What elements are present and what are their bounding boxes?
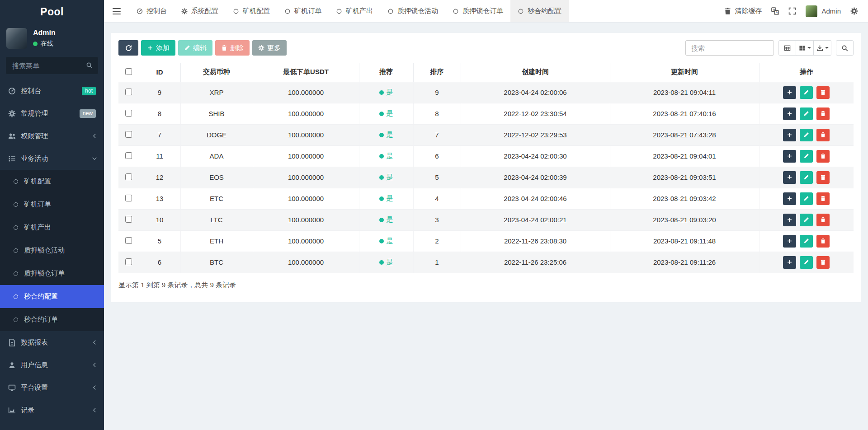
row-delete-button[interactable] xyxy=(816,214,830,226)
sidebar-item-console[interactable]: 控制台 hot xyxy=(0,79,104,102)
tab-miner-config[interactable]: 矿机配置 xyxy=(226,0,277,22)
topbar-user-menu[interactable]: Admin xyxy=(806,5,841,17)
table-row: 8 SHIB 100.000000 是 8 2022-12-02 23:30:5… xyxy=(118,103,854,124)
col-header-sort[interactable]: 排序 xyxy=(413,63,461,82)
col-header-recommend[interactable]: 推荐 xyxy=(359,63,413,82)
tab-staking-activity[interactable]: 质押锁仓活动 xyxy=(380,0,445,22)
row-delete-button[interactable] xyxy=(816,171,830,184)
more-button[interactable]: 更多 xyxy=(252,40,287,56)
edit-button[interactable]: 编辑 xyxy=(178,40,212,56)
row-delete-button[interactable] xyxy=(816,235,830,248)
sidebar-item-staking-activity[interactable]: 质押锁仓活动 xyxy=(0,239,104,262)
circle-icon xyxy=(14,179,18,184)
row-edit-button[interactable] xyxy=(800,256,813,269)
sidebar-item-miner-output[interactable]: 矿机产出 xyxy=(0,216,104,239)
sidebar-item-records[interactable]: 记录 xyxy=(0,399,104,421)
row-edit-button[interactable] xyxy=(800,86,813,99)
col-header-min-usdt[interactable]: 最低下单USDT xyxy=(253,63,359,82)
row-checkbox[interactable] xyxy=(125,110,132,117)
row-detail-button[interactable] xyxy=(783,192,796,205)
search-toggle-button[interactable] xyxy=(836,40,854,56)
col-header-actions: 操作 xyxy=(759,63,854,82)
sidebar-item-business[interactable]: 业务活动 xyxy=(0,147,104,170)
row-checkbox[interactable] xyxy=(125,237,132,244)
cell-created: 2022-11-26 23:25:06 xyxy=(461,252,610,273)
user-avatar[interactable] xyxy=(6,28,27,49)
row-checkbox[interactable] xyxy=(125,152,132,159)
row-checkbox[interactable] xyxy=(125,216,132,223)
row-delete-button[interactable] xyxy=(816,256,830,269)
tab-label: 质押锁仓活动 xyxy=(397,7,438,15)
sidebar-toggle-button[interactable] xyxy=(104,0,129,22)
sidebar-item-userinfo[interactable]: 用户信息 xyxy=(0,354,104,376)
sidebar-item-miner-orders[interactable]: 矿机订单 xyxy=(0,193,104,216)
export-button[interactable] xyxy=(814,40,831,56)
row-delete-button[interactable] xyxy=(816,192,830,205)
row-edit-button[interactable] xyxy=(800,129,813,141)
toggle-view-button[interactable] xyxy=(778,40,796,56)
recommend-label: 是 xyxy=(387,173,393,182)
row-detail-button[interactable] xyxy=(783,108,796,120)
tab-system-config[interactable]: 系统配置 xyxy=(174,0,226,22)
table-search-input[interactable] xyxy=(685,40,774,56)
sidebar-item-general[interactable]: 常规管理 new xyxy=(0,102,104,125)
add-button[interactable]: 添加 xyxy=(141,40,175,56)
col-header-id[interactable]: ID xyxy=(139,63,180,82)
clear-cache-button[interactable]: 清除缓存 xyxy=(724,7,762,15)
tab-console[interactable]: 控制台 xyxy=(129,0,174,22)
svg-text:A: A xyxy=(776,10,778,14)
sidebar-item-reports[interactable]: 数据报表 xyxy=(0,331,104,354)
menu-search-input[interactable] xyxy=(6,57,98,74)
language-icon[interactable]: 文A xyxy=(771,7,779,15)
sidebar-item-staking-orders[interactable]: 质押锁仓订单 xyxy=(0,262,104,285)
dashboard-icon xyxy=(137,8,143,14)
tab-miner-output[interactable]: 矿机产出 xyxy=(329,0,380,22)
row-detail-button[interactable] xyxy=(783,86,796,99)
row-delete-button[interactable] xyxy=(816,150,830,163)
col-header-created[interactable]: 创建时间 xyxy=(461,63,610,82)
cell-sort: 2 xyxy=(413,230,461,252)
row-detail-button[interactable] xyxy=(783,235,796,248)
col-header-coin[interactable]: 交易币种 xyxy=(180,63,253,82)
pencil-icon xyxy=(803,217,809,223)
row-checkbox[interactable] xyxy=(125,131,132,138)
row-detail-button[interactable] xyxy=(783,171,796,184)
cell-sort: 6 xyxy=(413,145,461,167)
row-detail-button[interactable] xyxy=(783,256,796,269)
row-checkbox[interactable] xyxy=(125,195,132,201)
row-edit-button[interactable] xyxy=(800,150,813,163)
row-delete-button[interactable] xyxy=(816,129,830,141)
select-all-checkbox[interactable] xyxy=(125,68,132,75)
row-checkbox[interactable] xyxy=(125,89,132,95)
settings-gear-icon[interactable] xyxy=(850,7,858,15)
fullscreen-icon[interactable] xyxy=(788,7,796,15)
row-detail-button[interactable] xyxy=(783,214,796,226)
sidebar-item-platform[interactable]: 平台设置 xyxy=(0,376,104,399)
row-edit-button[interactable] xyxy=(800,108,813,120)
plus-icon xyxy=(787,196,793,201)
circle-icon xyxy=(233,8,239,14)
row-checkbox[interactable] xyxy=(125,258,132,265)
sidebar-item-seconds-config[interactable]: 秒合约配置 xyxy=(0,285,104,308)
row-delete-button[interactable] xyxy=(816,108,830,120)
sidebar-item-miner-config[interactable]: 矿机配置 xyxy=(0,170,104,193)
row-detail-button[interactable] xyxy=(783,150,796,163)
sidebar-item-seconds-orders[interactable]: 秒合约订单 xyxy=(0,308,104,331)
new-badge: new xyxy=(80,109,96,118)
columns-button[interactable] xyxy=(796,40,814,56)
tab-miner-orders[interactable]: 矿机订单 xyxy=(277,0,329,22)
tab-staking-orders[interactable]: 质押锁仓订单 xyxy=(445,0,510,22)
row-edit-button[interactable] xyxy=(800,192,813,205)
cell-min-usdt: 100.000000 xyxy=(253,167,359,188)
row-edit-button[interactable] xyxy=(800,171,813,184)
row-checkbox[interactable] xyxy=(125,173,132,180)
row-edit-button[interactable] xyxy=(800,214,813,226)
row-edit-button[interactable] xyxy=(800,235,813,248)
row-delete-button[interactable] xyxy=(816,86,830,99)
sidebar-item-permission[interactable]: 权限管理 xyxy=(0,125,104,147)
delete-button[interactable]: 删除 xyxy=(215,40,250,56)
row-detail-button[interactable] xyxy=(783,129,796,141)
tab-seconds-config[interactable]: 秒合约配置 xyxy=(510,0,569,22)
col-header-updated[interactable]: 更新时间 xyxy=(610,63,759,82)
refresh-button[interactable] xyxy=(118,40,138,56)
